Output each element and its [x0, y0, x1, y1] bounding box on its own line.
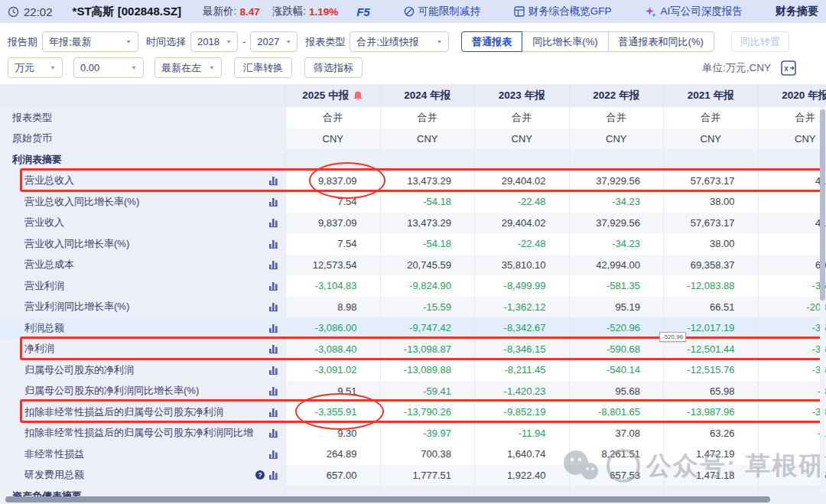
table-cell[interactable]: 37.08	[569, 423, 664, 444]
bar-chart-icon[interactable]	[269, 450, 278, 460]
bar-chart-icon[interactable]	[269, 470, 278, 480]
table-cell[interactable]: 41,	[758, 213, 826, 234]
table-cell[interactable]: 38.00	[663, 233, 758, 255]
table-row[interactable]: 报表类型合并合并合并合并合并合并	[0, 107, 826, 128]
table-cell[interactable]: 13,473.29	[380, 171, 475, 192]
table-cell[interactable]: 5,	[758, 465, 826, 486]
table-cell[interactable]: -208,	[758, 297, 826, 318]
table-row[interactable]: 营业收入同比增长率(%)7.54-54.18-22.48-34.2338.00	[0, 233, 826, 255]
table-cell[interactable]: -8,499.99	[474, 275, 569, 297]
table-cell[interactable]	[758, 233, 826, 255]
bar-chart-icon[interactable]	[269, 302, 278, 312]
table-cell[interactable]	[758, 149, 826, 171]
table-cell[interactable]: 1,777.51	[380, 465, 475, 486]
table-cell[interactable]: -9,747.42	[380, 317, 475, 339]
column-header[interactable]: 2021 年报	[663, 84, 758, 107]
table-row[interactable]: 研发费用总额657.001,777.511,922.40657.531,471.…	[0, 465, 826, 486]
bar-chart-icon[interactable]	[269, 386, 278, 396]
sort-order-select[interactable]: 最新在左 ▼	[154, 57, 222, 78]
table-cell[interactable]: CNY	[569, 128, 664, 150]
table-cell[interactable]: 35,810.10	[474, 255, 569, 276]
row-label[interactable]: 扣除非经常性损益后的归属母公司股东净利润	[0, 402, 285, 423]
table-cell[interactable]: -8,211.45	[474, 359, 569, 381]
year-from-select[interactable]: 2018 ▼	[190, 31, 238, 52]
table-cell[interactable]: -8,342.67	[474, 317, 569, 339]
table-cell[interactable]: 57,673.17	[663, 171, 758, 192]
table-cell[interactable]: 7.54	[285, 191, 380, 213]
table-cell[interactable]: 13,473.29	[380, 213, 475, 234]
bar-chart-icon[interactable]	[269, 344, 278, 354]
table-cell[interactable]: -34.23	[569, 233, 664, 255]
alert-bell-icon[interactable]	[353, 90, 363, 101]
report-type-select[interactable]: 合并;业绩快报 ▼	[350, 31, 449, 52]
table-cell[interactable]: -8,801.65	[569, 402, 664, 423]
table-row[interactable]: 原始货币CNYCNYCNYCNYCNYCNY	[0, 128, 826, 150]
unit-select[interactable]: 万元 ▼	[8, 57, 63, 78]
table-cell[interactable]: -13,098.87	[380, 339, 475, 360]
table-row[interactable]: 营业利润同比增长率(%)8.98-15.59-1,362.1295.1966.5…	[0, 297, 826, 318]
table-row[interactable]: 归属母公司股东的净利润-3,091.02-13,089.88-8,211.45-…	[0, 359, 826, 381]
table-cell[interactable]: 95.19	[569, 297, 664, 318]
tab-yoy-growth[interactable]: 同比增长率(%)	[522, 31, 608, 52]
row-label[interactable]: 营业总收入同比增长率(%)	[0, 191, 285, 213]
table-row[interactable]: 营业总成本12,573.5420,745.5935,810.1042,994.0…	[0, 255, 826, 276]
table-cell[interactable]: -3,355.91	[285, 402, 380, 423]
bar-chart-icon[interactable]	[269, 408, 278, 418]
table-cell[interactable]	[758, 191, 826, 213]
table-cell[interactable]: 65.98	[663, 381, 758, 402]
table-cell[interactable]: -540.14	[569, 359, 664, 381]
column-header[interactable]: 2023 年报	[474, 84, 569, 107]
restricted-sale-link[interactable]: 可能限制减持	[404, 5, 480, 18]
bar-chart-icon[interactable]	[269, 281, 278, 291]
table-cell[interactable]: 合并	[285, 107, 380, 128]
table-cell[interactable]: 69,358.37	[663, 255, 758, 276]
help-icon[interactable]	[255, 470, 265, 480]
bar-chart-icon[interactable]	[269, 260, 278, 270]
tab-normal-and-yoy[interactable]: 普通报表和同比(%)	[608, 31, 714, 52]
row-label[interactable]: 扣除非经常性损益后的归属母公司股东净利润同比增...	[0, 423, 285, 444]
column-header[interactable]: 2022 年报	[569, 84, 664, 107]
table-cell[interactable]: 38.00	[663, 191, 758, 213]
table-row[interactable]: 扣除非经常性损益后的归属母公司股东净利润-3,355.91-13,790.26-…	[0, 402, 826, 423]
table-cell[interactable]: -13,089.88	[380, 359, 475, 381]
table-cell[interactable]	[663, 149, 758, 171]
export-excel-icon[interactable]: x	[780, 60, 797, 76]
table-cell[interactable]	[380, 149, 475, 171]
bar-chart-icon[interactable]	[269, 176, 278, 186]
table-cell[interactable]: -39.97	[380, 423, 475, 444]
table-cell[interactable]: 7.54	[285, 233, 380, 255]
finance-summary-tab[interactable]: 财务摘要	[776, 5, 818, 18]
table-cell[interactable]: -54.18	[380, 191, 475, 213]
filter-indicators-button[interactable]: 筛选指标	[304, 57, 363, 78]
table-cell[interactable]	[569, 149, 664, 171]
table-row[interactable]: 营业总收入同比增长率(%)7.54-54.18-22.48-34.2338.00	[0, 191, 826, 213]
table-cell[interactable]: -22.48	[474, 191, 569, 213]
row-label[interactable]: 利润总额	[0, 317, 285, 339]
table-cell[interactable]: 37,929.56	[569, 213, 664, 234]
table-cell[interactable]: 60,	[758, 255, 826, 276]
table-cell[interactable]: CNY	[474, 128, 569, 150]
table-cell[interactable]: -36,	[758, 359, 826, 381]
table-cell[interactable]: 合并	[380, 107, 475, 128]
table-cell[interactable]: -12,515.76	[663, 359, 758, 381]
table-cell[interactable]: CNY	[380, 128, 475, 150]
row-label[interactable]: 营业收入同比增长率(%)	[0, 233, 285, 255]
table-cell[interactable]: -8,346.15	[474, 339, 569, 360]
row-label[interactable]: 归属母公司股东的净利润	[0, 359, 285, 381]
table-cell[interactable]: -36,	[758, 275, 826, 297]
table-cell[interactable]: 8,261.51	[569, 444, 664, 465]
table-cell[interactable]: -54.18	[380, 233, 475, 255]
row-label[interactable]: 营业利润	[0, 275, 285, 297]
table-cell[interactable]: -3,091.02	[285, 359, 380, 381]
table-cell[interactable]: 41,	[758, 171, 826, 192]
table-cell[interactable]: CNY	[285, 128, 380, 150]
bar-chart-icon[interactable]	[269, 197, 278, 207]
row-label[interactable]: 营业总成本	[0, 255, 285, 276]
report-period-select[interactable]: 年报;最新 ▼	[42, 31, 138, 52]
table-cell[interactable]: 9.51	[285, 381, 380, 402]
decimal-format-select[interactable]: 0.00 ▼	[73, 57, 144, 78]
table-cell[interactable]: -520.96	[569, 317, 664, 339]
horizontal-scrollbar-thumb[interactable]	[5, 496, 770, 502]
table-cell[interactable]: -36,	[758, 339, 826, 360]
table-cell[interactable]: -22.48	[474, 233, 569, 255]
